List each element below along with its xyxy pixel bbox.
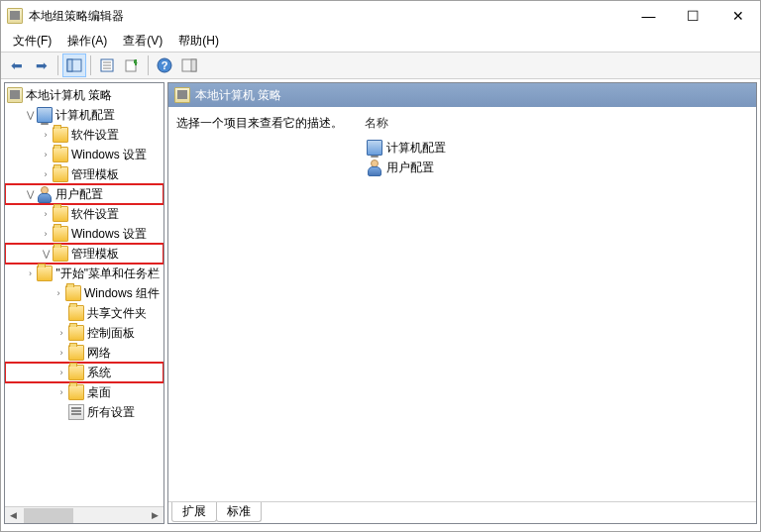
chevron-right-icon[interactable]: › bbox=[54, 346, 68, 360]
tree-pane: 本地计算机 策略 ⋁计算机配置›软件设置›Windows 设置›管理模板⋁用户配… bbox=[4, 82, 164, 524]
menu-help[interactable]: 帮助(H) bbox=[170, 31, 227, 52]
scroll-thumb[interactable] bbox=[24, 508, 73, 523]
tree-node-label: 桌面 bbox=[87, 384, 111, 401]
chevron-right-icon[interactable]: › bbox=[54, 385, 68, 399]
chevron-right-icon[interactable]: › bbox=[52, 286, 65, 300]
chevron-right-icon[interactable]: › bbox=[54, 366, 68, 379]
tree-node[interactable]: 共享文件夹 bbox=[5, 303, 163, 323]
tree-node[interactable]: ›Windows 设置 bbox=[5, 145, 163, 164]
scroll-right-button[interactable]: ▶ bbox=[147, 507, 163, 524]
tree-node[interactable]: ›桌面 bbox=[5, 382, 163, 402]
list-item[interactable]: 计算机配置 bbox=[365, 138, 748, 158]
tree-node[interactable]: 所有设置 bbox=[5, 402, 163, 422]
content-header: 本地计算机 策略 bbox=[168, 83, 756, 107]
title-bar: 本地组策略编辑器 — ☐ ✕ bbox=[1, 1, 760, 31]
tree-node-label: 软件设置 bbox=[71, 127, 119, 144]
chevron-right-icon[interactable]: › bbox=[39, 227, 53, 241]
tree-node[interactable]: ›软件设置 bbox=[5, 204, 163, 224]
export-button[interactable] bbox=[120, 53, 144, 77]
menu-bar: 文件(F) 操作(A) 查看(V) 帮助(H) bbox=[1, 31, 760, 52]
list-column: 名称 计算机配置用户配置 bbox=[365, 115, 748, 489]
user-icon bbox=[367, 160, 382, 175]
folder-icon bbox=[68, 325, 84, 341]
folder-icon bbox=[37, 266, 53, 281]
tab-strip: 扩展 标准 bbox=[168, 501, 756, 523]
tree-node-label: "开始"菜单和任务栏 bbox=[55, 266, 160, 282]
tree-node[interactable]: ›网络 bbox=[5, 343, 163, 363]
svg-rect-10 bbox=[191, 59, 196, 71]
tree-node-label: 网络 bbox=[87, 345, 111, 362]
tree-node[interactable]: ›系统 bbox=[5, 363, 163, 382]
tree-node-label: 管理模板 bbox=[71, 246, 119, 263]
list-item-label: 用户配置 bbox=[386, 160, 434, 176]
description-column: 选择一个项目来查看它的描述。 bbox=[176, 115, 365, 489]
maximize-button[interactable]: ☐ bbox=[671, 1, 715, 31]
menu-action[interactable]: 操作(A) bbox=[59, 31, 115, 52]
content-body: 选择一个项目来查看它的描述。 名称 计算机配置用户配置 bbox=[168, 107, 756, 497]
tree-node[interactable]: ⋁管理模板 bbox=[5, 244, 163, 264]
tree-node[interactable]: ›控制面板 bbox=[5, 323, 163, 343]
menu-view[interactable]: 查看(V) bbox=[115, 31, 170, 52]
folder-icon bbox=[68, 365, 84, 380]
console-tree[interactable]: 本地计算机 策略 ⋁计算机配置›软件设置›Windows 设置›管理模板⋁用户配… bbox=[5, 83, 163, 424]
chevron-right-icon[interactable]: › bbox=[39, 207, 53, 221]
policy-icon bbox=[7, 87, 23, 103]
tree-node[interactable]: ›管理模板 bbox=[5, 164, 163, 184]
back-button[interactable] bbox=[5, 53, 29, 77]
chevron-right-icon[interactable]: › bbox=[54, 326, 68, 340]
toolbar-separator bbox=[148, 55, 149, 75]
list-item-label: 计算机配置 bbox=[386, 140, 446, 157]
properties-button[interactable] bbox=[95, 53, 119, 77]
settings-list-icon bbox=[68, 404, 84, 420]
forward-button[interactable] bbox=[30, 53, 54, 77]
help-icon: ? bbox=[157, 57, 172, 73]
tree-horizontal-scrollbar[interactable]: ◀ ▶ bbox=[5, 506, 163, 523]
tab-standard[interactable]: 标准 bbox=[216, 502, 262, 522]
folder-icon bbox=[53, 246, 68, 262]
folder-icon bbox=[53, 166, 68, 182]
list-item[interactable]: 用户配置 bbox=[365, 158, 748, 177]
chevron-right-icon[interactable]: › bbox=[39, 148, 53, 161]
content-pane: 本地计算机 策略 选择一个项目来查看它的描述。 名称 计算机配置用户配置 扩展 … bbox=[167, 82, 757, 524]
tree-node-label: 系统 bbox=[87, 365, 111, 381]
show-action-pane-button[interactable] bbox=[177, 53, 201, 77]
folder-icon bbox=[53, 206, 68, 222]
chevron-right-icon[interactable]: › bbox=[39, 128, 53, 142]
tree-node-label: Windows 设置 bbox=[71, 226, 147, 243]
svg-text:?: ? bbox=[162, 59, 168, 71]
title-text: 本地组策略编辑器 bbox=[29, 8, 626, 25]
name-column-header[interactable]: 名称 bbox=[365, 115, 748, 132]
show-tree-button[interactable] bbox=[62, 53, 86, 77]
tree-root[interactable]: 本地计算机 策略 bbox=[5, 85, 163, 105]
properties-icon bbox=[99, 57, 115, 73]
close-button[interactable]: ✕ bbox=[715, 1, 760, 31]
chevron-down-icon[interactable]: ⋁ bbox=[23, 108, 37, 122]
description-text: 选择一个项目来查看它的描述。 bbox=[176, 115, 365, 132]
main-area: 本地计算机 策略 ⋁计算机配置›软件设置›Windows 设置›管理模板⋁用户配… bbox=[1, 79, 760, 527]
tree-node[interactable]: ›Windows 组件 bbox=[5, 283, 163, 303]
tree-node[interactable]: ⋁用户配置 bbox=[5, 184, 163, 204]
tree-node-label: 软件设置 bbox=[71, 206, 119, 223]
menu-file[interactable]: 文件(F) bbox=[5, 31, 59, 52]
tree-node-label: 共享文件夹 bbox=[87, 305, 147, 322]
folder-icon bbox=[53, 226, 68, 242]
tab-extended[interactable]: 扩展 bbox=[171, 502, 217, 522]
tree-node[interactable]: ›Windows 设置 bbox=[5, 224, 163, 244]
user-icon bbox=[37, 186, 53, 202]
tree-node[interactable]: ⋁计算机配置 bbox=[5, 105, 163, 125]
chevron-down-icon[interactable]: ⋁ bbox=[23, 187, 37, 201]
chevron-right-icon[interactable]: › bbox=[39, 167, 53, 181]
folder-icon bbox=[53, 127, 68, 143]
tree-root-label: 本地计算机 策略 bbox=[26, 87, 112, 104]
help-button[interactable]: ? bbox=[153, 53, 176, 77]
action-pane-icon bbox=[181, 57, 197, 73]
tree-node[interactable]: ›"开始"菜单和任务栏 bbox=[5, 264, 163, 283]
svg-rect-1 bbox=[67, 59, 72, 71]
chevron-right-icon[interactable]: › bbox=[23, 266, 37, 280]
minimize-button[interactable]: — bbox=[626, 1, 671, 31]
scroll-left-button[interactable]: ◀ bbox=[5, 507, 22, 524]
app-icon bbox=[7, 8, 23, 24]
chevron-down-icon[interactable]: ⋁ bbox=[39, 247, 53, 261]
folder-icon bbox=[68, 305, 84, 321]
tree-node[interactable]: ›软件设置 bbox=[5, 125, 163, 145]
